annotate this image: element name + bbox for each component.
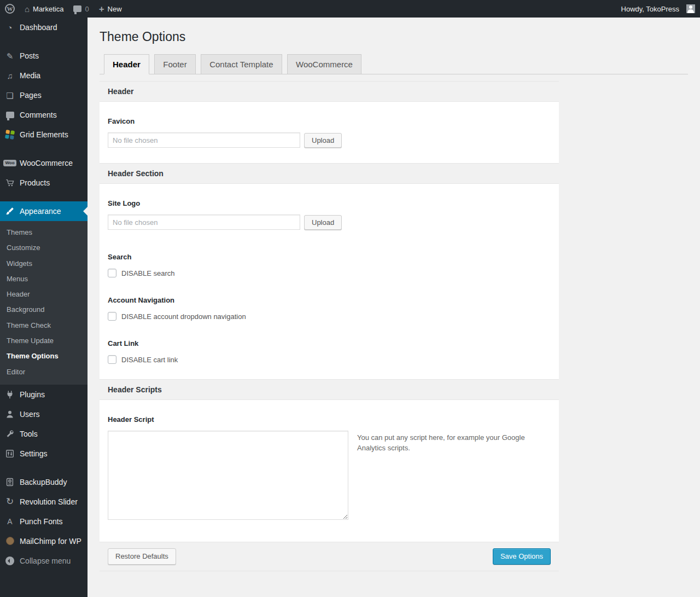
letter-a-icon: A <box>4 516 15 527</box>
submenu-item-background[interactable]: Background <box>0 302 88 317</box>
header-script-textarea[interactable] <box>108 431 348 520</box>
sidebar-item-label: Media <box>20 71 40 80</box>
cart-icon <box>4 177 15 188</box>
sidebar-item-label: Tools <box>20 429 38 439</box>
menu-separator <box>0 195 88 198</box>
site-logo-upload-button[interactable]: Upload <box>304 215 342 230</box>
disable-cart-link-label[interactable]: DISABLE cart link <box>121 356 178 364</box>
main-content: Theme Options Header Footer Contact Temp… <box>88 0 700 597</box>
header-script-help-text: You can put any script here, for example… <box>357 433 528 454</box>
sidebar-item-label: BackupBuddy <box>20 477 67 487</box>
restore-defaults-button[interactable]: Restore Defaults <box>108 548 176 565</box>
my-account-menu[interactable]: Howdy, TokoPress <box>616 0 700 18</box>
section-body-header-section: Site Logo Upload Search DISABLE search A… <box>100 184 559 379</box>
sidebar-item-dashboard[interactable]: ◔ Dashboard <box>0 18 88 37</box>
site-name-link[interactable]: ⌂ Marketica <box>20 0 68 18</box>
sidebar-item-grid-elements[interactable]: Grid Elements <box>0 125 88 144</box>
collapse-arrow-icon <box>4 555 15 566</box>
tab-contact-template[interactable]: Contact Template <box>201 54 282 74</box>
appearance-brush-icon <box>4 206 15 217</box>
save-options-button[interactable]: Save Options <box>493 548 551 565</box>
comments-admin-bar-link[interactable]: 0 <box>68 0 94 18</box>
disable-search-row: DISABLE search <box>108 269 551 277</box>
settings-sliders-icon <box>4 448 15 459</box>
sidebar-item-punch-fonts[interactable]: A Punch Fonts <box>0 512 88 531</box>
disable-account-nav-checkbox[interactable] <box>108 312 116 321</box>
section-body-header-scripts: Header Script You can put any script her… <box>100 400 559 542</box>
site-logo-file-input[interactable] <box>108 215 300 230</box>
site-logo-file-row: Upload <box>108 215 551 230</box>
sidebar-item-backupbuddy[interactable]: BackupBuddy <box>0 472 88 492</box>
disable-cart-link-row: DISABLE cart link <box>108 355 551 364</box>
cart-link-field: Cart Link DISABLE cart link <box>108 339 551 364</box>
submenu-item-theme-update[interactable]: Theme Update <box>0 333 88 349</box>
favicon-upload-button[interactable]: Upload <box>304 133 342 148</box>
wordpress-logo-menu[interactable]: W <box>0 0 20 18</box>
home-icon: ⌂ <box>25 5 30 13</box>
header-script-label: Header Script <box>108 415 551 424</box>
sidebar-item-woocommerce[interactable]: Woo WooCommerce <box>0 153 88 173</box>
submenu-item-theme-options[interactable]: Theme Options <box>0 349 88 364</box>
menu-separator <box>0 39 88 42</box>
cart-link-label: Cart Link <box>108 339 551 347</box>
new-label: New <box>108 5 122 13</box>
wrench-icon <box>4 428 15 439</box>
sidebar-item-label: Punch Fonts <box>20 517 63 526</box>
header-script-row: You can put any script here, for example… <box>108 431 551 520</box>
sidebar-item-label: Grid Elements <box>20 130 68 140</box>
sidebar-item-label: Plugins <box>20 390 45 399</box>
sidebar-item-tools[interactable]: Tools <box>0 424 88 444</box>
sidebar-item-revolution-slider[interactable]: ↻ Revolution Slider <box>0 492 88 512</box>
disable-search-checkbox[interactable] <box>108 269 116 277</box>
user-icon <box>4 409 15 420</box>
new-content-menu[interactable]: + New <box>94 0 127 18</box>
comments-icon <box>4 109 15 120</box>
submenu-item-header[interactable]: Header <box>0 287 88 302</box>
sidebar-item-users[interactable]: Users <box>0 404 88 424</box>
pages-icon: ❏ <box>4 90 15 101</box>
tab-woocommerce[interactable]: WooCommerce <box>287 54 361 74</box>
posts-icon: ✎ <box>4 50 15 61</box>
submenu-item-customize[interactable]: Customize <box>0 240 88 256</box>
admin-bar: W ⌂ Marketica 0 + New Howdy, TokoPress <box>0 0 700 18</box>
sidebar-item-plugins[interactable]: Plugins <box>0 385 88 404</box>
sidebar-item-settings[interactable]: Settings <box>0 444 88 463</box>
disable-account-nav-label[interactable]: DISABLE account dropdown navigation <box>121 312 246 321</box>
sidebar-item-label: Appearance <box>20 206 61 216</box>
section-header-header-section: Header Section <box>100 163 559 184</box>
disable-cart-link-checkbox[interactable] <box>108 355 116 364</box>
appearance-submenu: Themes Customize Widgets Menus Header Ba… <box>0 221 88 385</box>
account-navigation-field: Account Navigation DISABLE account dropd… <box>108 296 551 321</box>
tab-header[interactable]: Header <box>104 54 149 75</box>
sidebar-item-mailchimp[interactable]: MailChimp for WP <box>0 531 88 551</box>
submenu-item-menus[interactable]: Menus <box>0 271 88 287</box>
search-field: Search DISABLE search <box>108 253 551 277</box>
submenu-item-themes[interactable]: Themes <box>0 225 88 240</box>
section-header-header: Header <box>100 81 559 102</box>
submenu-item-theme-check[interactable]: Theme Check <box>0 318 88 333</box>
favicon-file-input[interactable] <box>108 132 300 148</box>
sidebar-item-pages[interactable]: ❏ Pages <box>0 85 88 105</box>
sidebar-item-posts[interactable]: ✎ Posts <box>0 46 88 66</box>
admin-sidebar: ◔ Dashboard ✎ Posts ♫ Media ❏ Pages Comm… <box>0 18 88 597</box>
sidebar-item-products[interactable]: Products <box>0 173 88 193</box>
collapse-menu-button[interactable]: Collapse menu <box>0 551 88 571</box>
sidebar-item-label: Posts <box>20 51 39 61</box>
sidebar-item-label: Pages <box>20 90 42 100</box>
disable-search-label[interactable]: DISABLE search <box>121 269 175 277</box>
woocommerce-icon: Woo <box>4 158 15 169</box>
sidebar-item-media[interactable]: ♫ Media <box>0 66 88 85</box>
wordpress-logo-icon: W <box>5 4 15 14</box>
submenu-item-editor[interactable]: Editor <box>0 364 88 380</box>
sidebar-item-comments[interactable]: Comments <box>0 105 88 125</box>
sidebar-item-appearance[interactable]: Appearance <box>0 201 88 221</box>
tab-footer[interactable]: Footer <box>154 54 195 74</box>
plus-icon: + <box>99 4 104 14</box>
media-icon: ♫ <box>4 70 15 81</box>
page-title: Theme Options <box>100 18 688 45</box>
user-avatar <box>686 4 695 13</box>
submenu-item-widgets[interactable]: Widgets <box>0 256 88 271</box>
comment-bubble-icon <box>73 5 81 12</box>
admin-bar-right: Howdy, TokoPress <box>616 0 700 18</box>
refresh-arrows-icon: ↻ <box>4 496 15 507</box>
